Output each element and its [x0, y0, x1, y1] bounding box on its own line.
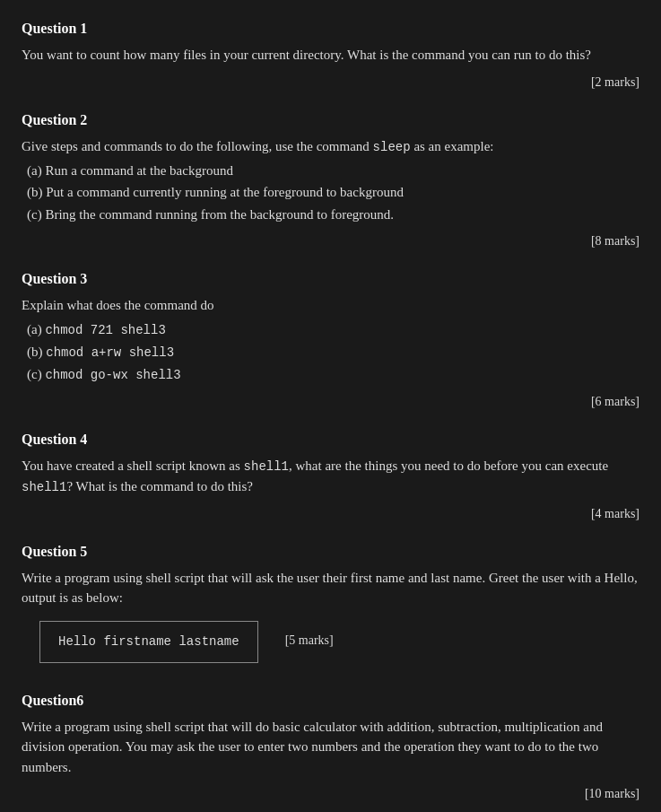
question-5-title: Question 5: [22, 541, 639, 563]
q3-code-c: chmod go-wx shell3: [45, 368, 180, 382]
q3-code-a: chmod 721 shell3: [45, 323, 165, 337]
question-6-body: Write a program using shell script that …: [22, 717, 639, 778]
question-5-marks: [5 marks]: [285, 631, 334, 650]
question-1-body: You want to count how many files in your…: [22, 45, 639, 65]
question-3-title: Question 3: [22, 268, 639, 290]
question-3-item-c: (c) chmod go-wx shell3: [27, 364, 639, 385]
q4-code-shell1-a: shell1: [244, 459, 289, 474]
question-3-marks: [6 marks]: [22, 392, 639, 411]
question-2-item-b: (b) Put a command currently running at t…: [27, 182, 639, 203]
question-2-title: Question 2: [22, 109, 639, 131]
question-1-title: Question 1: [22, 18, 639, 39]
question-5-code-box: Hello firstname lastname: [39, 621, 258, 663]
question-4-body: You have created a shell script known as…: [22, 456, 639, 497]
question-4: Question 4 You have created a shell scri…: [22, 429, 639, 523]
question-3-item-a: (a) chmod 721 shell3: [27, 319, 639, 340]
question-5-code-text: Hello firstname lastname: [58, 634, 239, 649]
question-5: Question 5 Write a program using shell s…: [22, 541, 639, 672]
question-2: Question 2 Give steps and commands to do…: [22, 109, 639, 251]
question-3-body: Explain what does the command do: [22, 295, 639, 316]
question-6-marks: [10 marks]: [22, 784, 639, 803]
question-5-body: Write a program using shell script that …: [22, 568, 639, 608]
question-6: Question6 Write a program using shell sc…: [22, 690, 639, 804]
question-3-item-b: (b) chmod a+rw shell3: [27, 342, 639, 362]
q2-code-sleep: sleep: [373, 140, 411, 154]
question-1: Question 1 You want to count how many fi…: [22, 18, 639, 92]
question-2-marks: [8 marks]: [22, 231, 639, 250]
question-4-marks: [4 marks]: [22, 504, 639, 523]
question-4-title: Question 4: [22, 429, 639, 450]
question-2-item-a: (a) Run a command at the background: [27, 161, 639, 181]
question-6-title: Question6: [22, 690, 639, 712]
q4-code-shell1-b: shell1: [22, 480, 66, 494]
question-1-marks: [2 marks]: [22, 73, 639, 92]
q3-code-b: chmod a+rw shell3: [46, 345, 174, 360]
question-2-item-c: (c) Bring the command running from the b…: [27, 205, 639, 225]
question-2-body: Give steps and commands to do the follow…: [22, 136, 639, 157]
question-3: Question 3 Explain what does the command…: [22, 268, 639, 411]
